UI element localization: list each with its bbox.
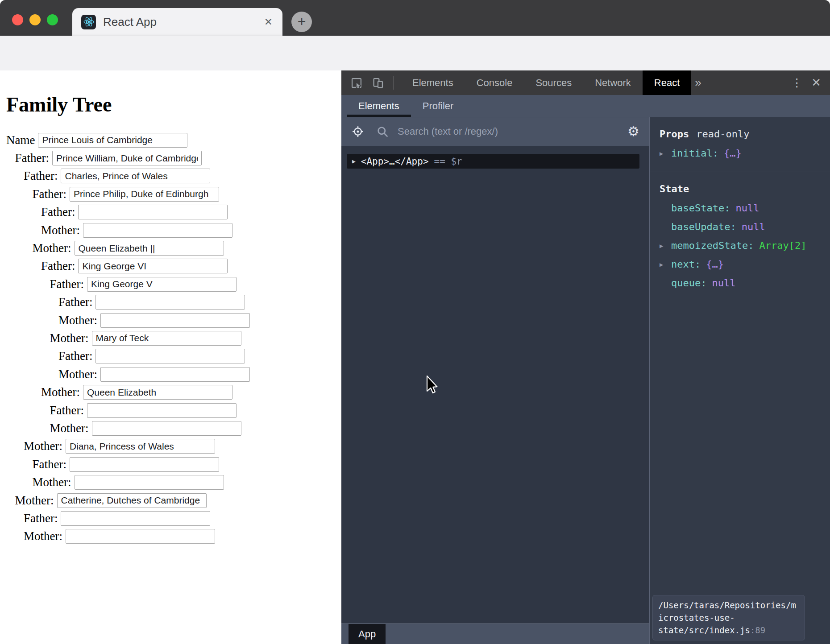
person-name-input[interactable] (78, 259, 228, 273)
relation-label: Mother: (15, 494, 54, 508)
family-row: Father: (0, 347, 341, 365)
zoom-window-button[interactable] (47, 14, 58, 25)
person-name-input[interactable] (70, 187, 219, 202)
component-source-path[interactable]: /Users/taras/Repositories/microstates-us… (652, 595, 805, 640)
person-name-input[interactable] (75, 475, 224, 490)
breadcrumb-item[interactable]: App (349, 624, 386, 644)
react-subtab-elements[interactable]: Elements (347, 95, 411, 117)
sidebar-entry-row[interactable]: ▶ memoizedState: Array[2] (660, 236, 824, 255)
component-breadcrumb-bar: App (341, 623, 649, 644)
new-tab-button[interactable]: + (291, 12, 312, 32)
devtools-close-icon[interactable]: ✕ (811, 76, 821, 90)
person-name-input[interactable] (52, 151, 202, 165)
props-header: Propsread-only (660, 124, 824, 144)
person-name-input[interactable] (100, 313, 250, 328)
person-name-input[interactable] (61, 169, 210, 183)
person-name-input[interactable] (61, 511, 210, 526)
entry-key: baseUpdate: (671, 218, 736, 236)
tab-bar-divider-right (782, 76, 782, 90)
disclosure-triangle-icon[interactable]: ▶ (660, 144, 671, 163)
state-header: State (660, 179, 824, 199)
person-name-input[interactable] (95, 295, 245, 310)
person-name-input[interactable] (87, 403, 237, 418)
entry-value: null (742, 218, 765, 236)
react-favicon-icon (81, 15, 96, 29)
sidebar-entry-row[interactable]: queue: null (660, 274, 824, 293)
relation-label: Father: (41, 205, 75, 219)
family-row: Father: (0, 203, 341, 221)
inspect-element-icon[interactable] (350, 77, 363, 89)
react-search-bar: ⚙ (341, 117, 649, 146)
family-row: Mother: (0, 383, 341, 401)
relation-label: Mother: (33, 241, 71, 255)
family-row: Father: (0, 455, 341, 473)
react-devtools-subtabs: Elements Profiler (341, 95, 830, 117)
devtools-tab-console[interactable]: Console (465, 70, 524, 95)
person-name-input[interactable] (66, 529, 215, 544)
devtools-tab-elements[interactable]: Elements (401, 70, 465, 95)
entry-value: {…} (724, 144, 742, 163)
relation-label: Father: (33, 187, 66, 201)
relation-label: Father: (58, 349, 92, 363)
state-section: State baseState: null baseUpdate: null ▶… (650, 172, 830, 301)
family-row: Father: (0, 293, 341, 311)
person-name-input[interactable] (100, 367, 250, 382)
disclosure-triangle-icon[interactable]: ▶ (660, 255, 671, 274)
person-name-input[interactable] (57, 493, 207, 508)
person-name-input[interactable] (75, 241, 224, 256)
family-row: Father: (0, 275, 341, 293)
family-row: Mother: (0, 311, 341, 329)
props-items: ▶ initial: {…} (660, 144, 824, 163)
close-window-button[interactable] (12, 14, 23, 25)
family-row: Mother: (0, 491, 341, 509)
react-subtab-profiler[interactable]: Profiler (411, 95, 465, 117)
disclosure-triangle-icon[interactable]: ▶ (660, 236, 671, 255)
entry-value: Array[2] (759, 236, 806, 255)
person-name-input[interactable] (83, 385, 232, 400)
devtools-tab-sources[interactable]: Sources (524, 70, 583, 95)
person-name-input[interactable] (66, 439, 215, 454)
window-tab-strip: React App ✕ + (0, 0, 830, 36)
person-name-input[interactable] (38, 133, 187, 148)
inspect-target-icon[interactable] (351, 125, 365, 138)
props-mode-label: read-only (696, 128, 749, 140)
sidebar-entry-row[interactable]: baseState: null (660, 199, 824, 218)
relation-label: Father: (50, 277, 84, 291)
person-name-input[interactable] (92, 421, 241, 436)
sidebar-entry-row[interactable]: ▶ initial: {…} (660, 144, 824, 163)
relation-label: Name (6, 133, 35, 147)
sidebar-entry-row[interactable]: ▶ next: {…} (660, 255, 824, 274)
minimize-window-button[interactable] (29, 14, 41, 25)
person-name-input[interactable] (95, 349, 245, 363)
relation-label: Father: (33, 458, 66, 471)
person-name-input[interactable] (78, 205, 228, 219)
settings-gear-icon[interactable]: ⚙ (627, 125, 639, 138)
relation-label: Mother: (24, 439, 62, 453)
entry-key: initial: (671, 144, 718, 163)
family-row: Name (0, 131, 341, 149)
expand-arrow-icon[interactable]: ▶ (352, 158, 356, 165)
entry-key: memoizedState: (671, 236, 754, 255)
source-file: /Users/taras/Repositories/microstates-us… (658, 600, 796, 635)
devtools-menu-icon[interactable]: ⋮ (791, 76, 802, 89)
relation-label: Father: (24, 512, 58, 525)
device-toolbar-icon[interactable] (372, 77, 384, 89)
entry-value: null (735, 199, 759, 218)
more-tabs-icon[interactable]: » (695, 76, 701, 90)
search-input[interactable] (397, 125, 627, 138)
selected-component-row[interactable]: ▶ <App>…</App> == $r (347, 154, 639, 169)
person-name-input[interactable] (83, 223, 232, 238)
devtools-tab-react[interactable]: React (643, 70, 691, 95)
relation-label: Mother: (24, 529, 62, 543)
family-row: Mother: (0, 473, 341, 491)
person-name-input[interactable] (87, 277, 237, 292)
devtools-tab-network[interactable]: Network (583, 70, 643, 95)
browser-tab[interactable]: React App ✕ (72, 8, 282, 36)
person-name-input[interactable] (92, 331, 241, 346)
person-name-input[interactable] (70, 457, 219, 472)
sidebar-entry-row[interactable]: baseUpdate: null (660, 218, 824, 236)
family-row: Father: (0, 167, 341, 185)
tab-close-icon[interactable]: ✕ (263, 16, 274, 28)
app-page: Family Tree Name Father: Father: Father:… (0, 70, 341, 644)
family-row: Mother: (0, 239, 341, 257)
